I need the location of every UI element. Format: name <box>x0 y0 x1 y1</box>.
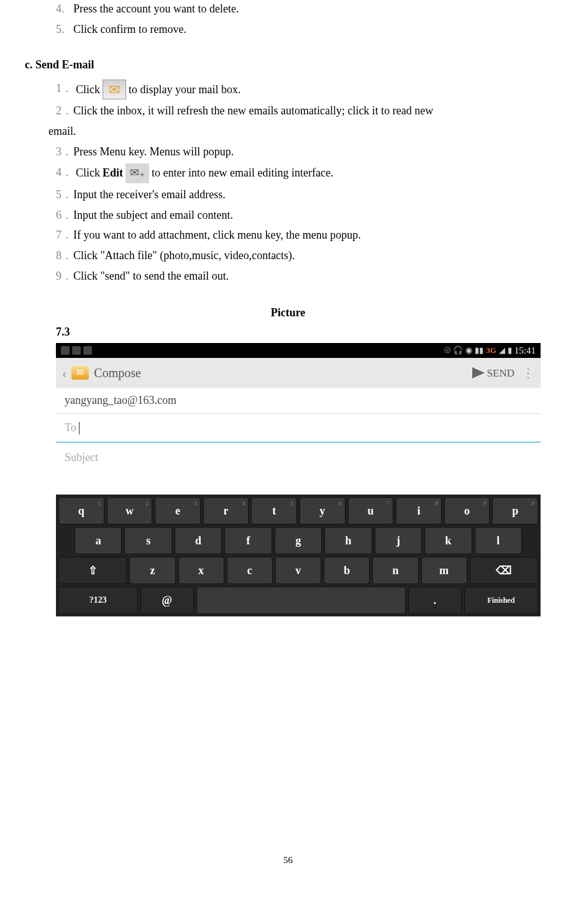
key-t[interactable]: t5 <box>251 497 297 524</box>
compose-icon <box>126 163 149 183</box>
step-num: 8． <box>56 247 73 265</box>
step-text: Click "send" to send the email out. <box>73 267 551 285</box>
send-label: SEND <box>487 365 514 382</box>
key-f[interactable]: f <box>224 527 272 554</box>
key-symbols[interactable]: ?123 <box>58 587 138 614</box>
list-num: 4. <box>56 0 73 18</box>
key-m[interactable]: m <box>421 557 467 584</box>
send-icon <box>472 367 485 378</box>
key-backspace[interactable]: ⌫ <box>470 557 538 584</box>
key-c[interactable]: c <box>227 557 273 584</box>
to-field[interactable]: To <box>56 414 541 442</box>
text-cursor-icon <box>79 422 80 434</box>
step-num: 3． <box>56 143 73 161</box>
picture-label: Picture <box>25 304 551 322</box>
step-num: 5． <box>56 186 73 204</box>
email-app-icon <box>103 80 126 99</box>
step-num: 1． <box>56 80 73 98</box>
to-label: To <box>65 419 76 437</box>
step-text: Click "Attach file" (photo,music, video,… <box>73 247 551 265</box>
step-num: 2． <box>56 102 73 120</box>
key-y[interactable]: y6 <box>299 497 345 524</box>
list-num: 5. <box>56 21 73 39</box>
status-time: 15:41 <box>514 343 536 358</box>
battery-icon: ▮ <box>508 344 512 357</box>
key-z[interactable]: z <box>129 557 175 584</box>
status-icon <box>61 346 70 355</box>
step-num: 4． <box>56 163 73 181</box>
key-h[interactable]: h <box>324 527 372 554</box>
key-r[interactable]: r4 <box>203 497 249 524</box>
key-s[interactable]: s <box>124 527 171 554</box>
gps-icon: ◉ <box>465 344 472 357</box>
key-n[interactable]: n <box>372 557 418 584</box>
key-at[interactable]: @ <box>140 587 194 614</box>
step-text: Press Menu key. Menus will popup. <box>73 143 551 161</box>
section-header: c. Send E-mail <box>25 56 551 74</box>
key-space[interactable] <box>196 587 406 614</box>
step-text: If you want to add attachment, click men… <box>73 226 551 244</box>
key-dot[interactable]: . <box>408 587 462 614</box>
status-icon <box>72 346 81 355</box>
key-v[interactable]: v <box>275 557 321 584</box>
key-w[interactable]: w2 <box>107 497 153 524</box>
back-icon[interactable]: ‹ <box>62 362 66 384</box>
headphone-icon: 🎧 <box>453 344 463 357</box>
compose-title: Compose <box>94 363 141 383</box>
key-i[interactable]: i8 <box>396 497 442 524</box>
screenshot-compose-email: ⦾ 🎧 ◉ ▮▮ 3G ◢ ▮ 15:41 ‹ ✉ Compose SEND ⋮… <box>56 343 541 616</box>
step-text: to display your mail box. <box>129 81 240 99</box>
step-text: email. <box>48 122 551 140</box>
key-j[interactable]: j <box>375 527 422 554</box>
key-k[interactable]: k <box>424 527 472 554</box>
step-num: 6． <box>56 206 73 224</box>
step-text: Click the inbox, it will refresh the new… <box>73 104 433 117</box>
step-text: Click <box>76 81 100 99</box>
step-num: 7． <box>56 226 73 244</box>
key-o[interactable]: o9 <box>444 497 490 524</box>
compose-header: ‹ ✉ Compose SEND ⋮ <box>56 358 541 388</box>
key-g[interactable]: g <box>275 527 322 554</box>
step-text-bold: Edit <box>103 164 123 182</box>
step-text: Input the subject and email content. <box>73 206 551 224</box>
list-text: Press the account you want to delete. <box>73 0 239 18</box>
from-field[interactable]: yangyang_tao@163.com <box>56 388 541 414</box>
key-finished[interactable]: Finished <box>464 587 538 614</box>
step-text: Input the receiver's email address. <box>73 186 551 204</box>
key-e[interactable]: e3 <box>155 497 201 524</box>
key-x[interactable]: x <box>178 557 224 584</box>
overflow-menu-icon[interactable]: ⋮ <box>522 367 534 379</box>
page-number: 56 <box>25 853 551 867</box>
key-d[interactable]: d <box>175 527 222 554</box>
key-p[interactable]: p0 <box>492 497 538 524</box>
keyboard: q1w2e3r4t5y6u7i8o9p0 asdfghjkl ⇧zxcvbnm⌫… <box>56 495 541 616</box>
mail-icon: ✉ <box>71 366 89 380</box>
key-u[interactable]: u7 <box>348 497 394 524</box>
list-text: Click confirm to remove. <box>73 21 186 39</box>
picture-number: 7.3 <box>56 323 551 341</box>
key-a[interactable]: a <box>75 527 122 554</box>
key-shift[interactable]: ⇧ <box>58 557 127 584</box>
send-button[interactable]: SEND <box>472 365 514 382</box>
bluetooth-icon: ⦾ <box>444 344 450 357</box>
step-num: 9． <box>56 267 73 285</box>
key-q[interactable]: q1 <box>58 497 104 524</box>
subject-field[interactable]: Subject <box>56 442 541 495</box>
step-text: Click <box>76 164 100 182</box>
step-text: to enter into new email editing interfac… <box>152 164 333 182</box>
status-icon <box>83 346 92 355</box>
key-l[interactable]: l <box>475 527 522 554</box>
network-3g: 3G <box>486 344 496 357</box>
signal-icon: ◢ <box>499 344 505 357</box>
key-b[interactable]: b <box>324 557 370 584</box>
signal-icon: ▮▮ <box>475 344 483 357</box>
status-bar: ⦾ 🎧 ◉ ▮▮ 3G ◢ ▮ 15:41 <box>56 343 541 358</box>
